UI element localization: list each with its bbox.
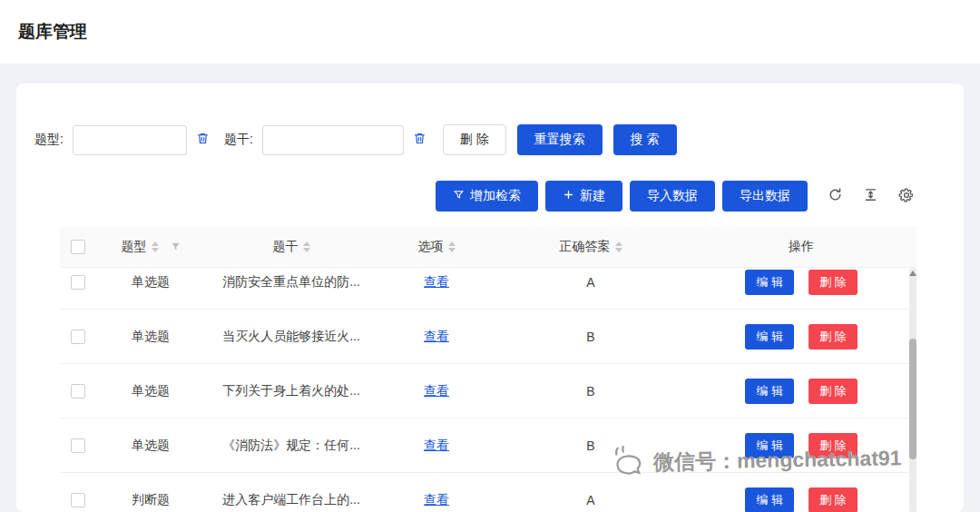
column-header-options[interactable]: 选项 xyxy=(377,239,495,255)
add-filter-label: 增加检索 xyxy=(470,188,521,204)
sort-icons[interactable] xyxy=(615,241,622,252)
gear-icon xyxy=(898,187,915,206)
new-button-label: 新建 xyxy=(580,188,605,204)
view-options-link[interactable]: 查看 xyxy=(424,438,449,454)
table-rows: 单选题 消防安全重点单位的防... 查看 A 编 辑 删 除 单选题 当灭火人员… xyxy=(60,268,916,512)
export-data-button[interactable]: 导出数据 xyxy=(722,181,808,212)
row-density-button[interactable] xyxy=(863,187,878,205)
view-options-link[interactable]: 查看 xyxy=(424,383,449,399)
cell-question-stem: 当灭火人员能够接近火... xyxy=(205,329,377,345)
cell-question-stem: 进入客户端工作台上的... xyxy=(205,492,377,508)
table-row: 判断题 进入客户端工作台上的... 查看 A 编 辑 删 除 xyxy=(60,473,916,512)
column-header-actions: 操作 xyxy=(686,239,916,255)
row-delete-button[interactable]: 删 除 xyxy=(808,487,858,512)
reset-search-button[interactable]: 重置搜索 xyxy=(517,124,603,155)
column-label-actions: 操作 xyxy=(789,239,814,255)
filter-row: 题型: 题干: 删 除 重置搜索 搜 索 xyxy=(16,124,964,155)
table-body: 单选题 消防安全重点单位的防... 查看 A 编 辑 删 除 单选题 当灭火人员… xyxy=(60,268,916,512)
cell-question-stem: 消防安全重点单位的防... xyxy=(205,274,377,290)
settings-button[interactable] xyxy=(898,187,915,206)
column-label-stem: 题干 xyxy=(273,239,299,255)
clear-type-button[interactable] xyxy=(196,132,210,148)
column-label-type: 题型 xyxy=(122,239,147,255)
row-checkbox[interactable] xyxy=(71,438,85,453)
cell-correct-answer: B xyxy=(495,330,686,344)
question-stem-input[interactable] xyxy=(262,125,404,155)
cell-question-stem: 《消防法》规定：任何... xyxy=(205,438,377,454)
cell-question-type: 判断题 xyxy=(96,492,205,508)
sort-icons[interactable] xyxy=(152,241,159,252)
funnel-icon xyxy=(453,189,465,203)
cell-question-type: 单选题 xyxy=(96,438,205,454)
import-data-button[interactable]: 导入数据 xyxy=(630,181,715,212)
refresh-button[interactable] xyxy=(828,187,843,205)
edit-button[interactable]: 编 辑 xyxy=(745,433,794,458)
table-row: 单选题 消防安全重点单位的防... 查看 A 编 辑 删 除 xyxy=(60,268,916,310)
row-delete-button[interactable]: 删 除 xyxy=(808,270,858,295)
row-checkbox[interactable] xyxy=(71,493,85,507)
page-title: 题库管理 xyxy=(18,20,87,44)
top-header-bar: 题库管理 xyxy=(0,0,980,64)
edit-button[interactable]: 编 辑 xyxy=(745,487,794,512)
table-row: 单选题 当灭火人员能够接近火... 查看 B 编 辑 删 除 xyxy=(60,310,916,364)
table-row: 单选题 《消防法》规定：任何... 查看 B 编 辑 删 除 xyxy=(60,418,916,473)
scroll-up-arrow-icon[interactable] xyxy=(909,271,916,276)
edit-button[interactable]: 编 辑 xyxy=(745,324,794,350)
column-header-type[interactable]: 题型 xyxy=(96,239,205,255)
plus-icon xyxy=(563,189,574,203)
edit-button[interactable]: 编 辑 xyxy=(745,270,794,295)
question-type-input[interactable] xyxy=(73,125,187,155)
column-header-stem[interactable]: 题干 xyxy=(205,239,377,255)
cell-question-type: 单选题 xyxy=(96,274,205,290)
table-header-row: 题型 题干 选项 正确答案 操作 xyxy=(60,226,916,268)
toolbar-icon-group xyxy=(828,187,915,206)
column-height-icon xyxy=(863,187,878,205)
column-header-answer[interactable]: 正确答案 xyxy=(495,239,686,255)
question-type-label: 题型: xyxy=(34,132,64,148)
cell-question-type: 单选题 xyxy=(96,329,205,345)
cell-question-stem: 下列关于身上着火的处... xyxy=(205,383,377,399)
cell-correct-answer: B xyxy=(495,384,686,399)
add-filter-button[interactable]: 增加检索 xyxy=(436,181,538,212)
question-stem-label: 题干: xyxy=(224,132,253,148)
delete-filter-button[interactable]: 删 除 xyxy=(443,124,506,155)
row-delete-button[interactable]: 删 除 xyxy=(808,324,858,350)
content-card: 题型: 题干: 删 除 重置搜索 搜 索 增加检索 xyxy=(16,84,964,512)
sort-icons[interactable] xyxy=(448,241,456,252)
column-label-answer: 正确答案 xyxy=(560,239,611,255)
cell-correct-answer: A xyxy=(495,493,686,507)
cell-question-type: 单选题 xyxy=(96,383,205,399)
sort-icons[interactable] xyxy=(303,241,310,252)
select-all-checkbox[interactable] xyxy=(71,240,85,254)
filter-icon[interactable] xyxy=(171,241,181,251)
clear-stem-button[interactable] xyxy=(413,132,426,148)
view-options-link[interactable]: 查看 xyxy=(424,329,449,345)
question-table: 题型 题干 选项 正确答案 操作 xyxy=(60,226,916,512)
edit-button[interactable]: 编 辑 xyxy=(745,379,794,404)
row-delete-button[interactable]: 删 除 xyxy=(808,379,858,404)
row-checkbox[interactable] xyxy=(71,330,85,344)
trash-icon xyxy=(413,132,426,148)
scrollbar-thumb[interactable] xyxy=(909,339,916,459)
search-button[interactable]: 搜 索 xyxy=(613,124,677,155)
cell-correct-answer: A xyxy=(495,275,686,290)
table-scrollbar[interactable] xyxy=(909,268,916,512)
refresh-icon xyxy=(828,187,843,205)
column-label-options: 选项 xyxy=(418,239,444,255)
view-options-link[interactable]: 查看 xyxy=(424,274,449,290)
cell-correct-answer: B xyxy=(495,438,686,453)
view-options-link[interactable]: 查看 xyxy=(424,492,449,508)
trash-icon xyxy=(196,132,210,148)
new-button[interactable]: 新建 xyxy=(545,181,622,212)
table-toolbar: 增加检索 新建 导入数据 导出数据 xyxy=(16,181,964,212)
row-checkbox[interactable] xyxy=(71,275,85,290)
row-checkbox[interactable] xyxy=(71,384,85,399)
table-row: 单选题 下列关于身上着火的处... 查看 B 编 辑 删 除 xyxy=(60,364,916,418)
row-delete-button[interactable]: 删 除 xyxy=(808,433,858,458)
